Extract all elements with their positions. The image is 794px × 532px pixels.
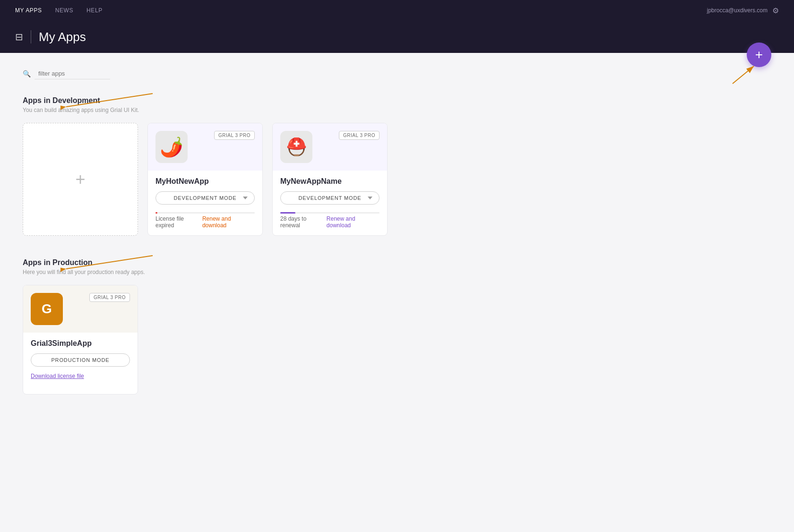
app-name-mynewappname: MyNewAppName <box>280 177 380 186</box>
dev-section-header: Apps in Development You can build amazin… <box>23 96 771 113</box>
app-card-body-myhotnewapp: MyHotNewApp DEVELOPMENT MODE PRODUCTION … <box>148 171 262 235</box>
progress-bar-bg-myhotnewapp <box>155 212 255 214</box>
app-card-mynewappname: ⛑️ GRIAL 3 PRO MyNewAppName DEVELOPMENT … <box>272 123 388 236</box>
filter-input[interactable] <box>35 68 110 79</box>
download-license-link-grial3[interactable]: Download license file <box>31 373 84 379</box>
add-plus-icon: + <box>75 170 85 189</box>
add-new-app-card[interactable]: + <box>23 123 138 236</box>
user-email: jpbrocca@uxdivers.com <box>707 7 768 14</box>
app-card-body-mynewappname: MyNewAppName DEVELOPMENT MODE PRODUCTION… <box>273 171 387 235</box>
nav-help[interactable]: HELP <box>86 7 103 14</box>
app-card-top-mynewappname: ⛑️ GRIAL 3 PRO <box>273 123 387 171</box>
status-text-mynewappname: 28 days to renewal <box>280 215 327 229</box>
status-text-myhotnewapp: License file expired <box>155 215 202 229</box>
nav-links: MY APPS NEWS HELP <box>15 7 103 14</box>
app-badge-grial3: GRIAL 3 PRO <box>89 293 130 302</box>
prod-section-title-area: Apps in Production Here you will find al… <box>23 258 771 275</box>
prod-section-header: Apps in Production Here you will find al… <box>23 258 771 275</box>
prod-apps-grid: G GRIAL 3 PRO Grial3SimpleApp PRODUCTION… <box>23 285 771 395</box>
prod-mode-button-grial3[interactable]: PRODUCTION MODE <box>31 353 130 367</box>
header-divider <box>31 30 31 43</box>
status-row-myhotnewapp: License file expired Renew and download <box>155 215 255 229</box>
app-name-grial3: Grial3SimpleApp <box>31 339 130 348</box>
progress-bar-fill-myhotnewapp <box>155 212 157 214</box>
nav-user-area: jpbrocca@uxdivers.com ⚙ <box>707 6 779 15</box>
app-card-top-myhotnewapp: 🌶️ GRIAL 3 PRO <box>148 123 262 171</box>
nav-my-apps[interactable]: MY APPS <box>15 7 42 14</box>
renew-link-myhotnewapp[interactable]: Renew and download <box>202 215 255 229</box>
app-badge-myhotnewapp: GRIAL 3 PRO <box>214 131 255 140</box>
search-icon: 🔍 <box>23 70 31 77</box>
renew-link-mynewappname[interactable]: Renew and download <box>327 215 380 229</box>
page-header: ⊟ My Apps <box>0 21 794 53</box>
add-app-fab[interactable]: + <box>747 43 771 67</box>
prod-card-top-grial3: G GRIAL 3 PRO <box>23 285 138 333</box>
page-title: My Apps <box>39 30 86 44</box>
dev-apps-grid: + 🌶️ GRIAL 3 PRO MyHotNewApp DEVELOPMENT… <box>23 123 771 236</box>
logo-icon: ⊟ <box>15 31 23 43</box>
nav-news[interactable]: NEWS <box>55 7 73 14</box>
prod-section-subtitle: Here you will find all your production r… <box>23 269 771 275</box>
app-mode-select-myhotnewapp[interactable]: DEVELOPMENT MODE PRODUCTION MODE <box>155 191 255 205</box>
filter-row: 🔍 <box>23 68 771 79</box>
app-badge-mynewappname: GRIAL 3 PRO <box>339 131 380 140</box>
top-navigation: MY APPS NEWS HELP jpbrocca@uxdivers.com … <box>0 0 794 21</box>
status-row-mynewappname: 28 days to renewal Renew and download <box>280 215 380 229</box>
app-name-myhotnewapp: MyHotNewApp <box>155 177 255 186</box>
prod-card-body-grial3: Grial3SimpleApp PRODUCTION MODE Download… <box>23 333 138 386</box>
app-icon-myhotnewapp: 🌶️ <box>155 131 188 163</box>
dev-section-title-area: Apps in Development You can build amazin… <box>23 96 771 113</box>
app-icon-mynewappname: ⛑️ <box>280 131 312 163</box>
app-card-myhotnewapp: 🌶️ GRIAL 3 PRO MyHotNewApp DEVELOPMENT M… <box>147 123 263 236</box>
dev-section-title: Apps in Development <box>23 96 771 105</box>
prod-section-title: Apps in Production <box>23 258 771 267</box>
progress-bar-bg-mynewappname <box>280 212 380 214</box>
progress-bar-fill-mynewappname <box>280 212 295 214</box>
settings-icon[interactable]: ⚙ <box>772 6 779 15</box>
dev-section-subtitle: You can build amazing apps using Grial U… <box>23 107 771 113</box>
app-mode-select-mynewappname[interactable]: DEVELOPMENT MODE PRODUCTION MODE <box>280 191 380 205</box>
app-icon-grial3: G <box>31 293 63 325</box>
main-content: + 🔍 Apps in Development You can build am… <box>0 53 794 516</box>
app-card-grial3simpleapp: G GRIAL 3 PRO Grial3SimpleApp PRODUCTION… <box>23 285 138 395</box>
